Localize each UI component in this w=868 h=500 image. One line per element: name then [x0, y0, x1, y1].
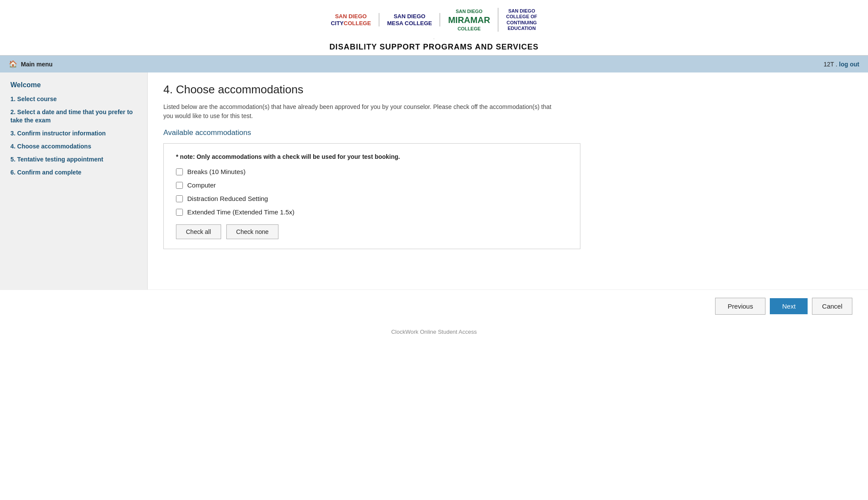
- sidebar-item-3[interactable]: 3. Confirm instructor information: [10, 129, 137, 137]
- checkbox-distraction[interactable]: [176, 195, 183, 202]
- main-menu-label[interactable]: Main menu: [21, 61, 53, 68]
- check-all-button[interactable]: Check all: [176, 224, 221, 239]
- footer-label: ClockWork Online Student Access: [391, 329, 477, 335]
- sidebar-welcome[interactable]: Welcome: [10, 81, 137, 89]
- section-heading: Available accommodations: [163, 128, 852, 137]
- logout-link[interactable]: log out: [839, 61, 859, 68]
- sidebar-item-2[interactable]: 2. Select a date and time that you prefe…: [10, 108, 137, 124]
- accommodation-item-3: Distraction Reduced Setting: [176, 195, 568, 202]
- user-code: 12T: [824, 61, 834, 68]
- checkbox-computer[interactable]: [176, 182, 183, 189]
- navbar: 🏠 Main menu 12T . log out: [0, 56, 868, 72]
- checkbox-extended-time[interactable]: [176, 209, 183, 216]
- sidebar-item-4[interactable]: 4. Choose accommodations: [10, 142, 137, 150]
- check-buttons-row: Check all Check none: [176, 224, 568, 239]
- bottom-nav: Previous Next Cancel: [0, 289, 868, 322]
- home-icon[interactable]: 🏠: [9, 60, 17, 68]
- accommodation-box: * note: Only accommodations with a check…: [163, 143, 580, 249]
- navbar-left: 🏠 Main menu: [9, 60, 53, 68]
- accommodation-item-4: Extended Time (Extended Time 1.5x): [176, 208, 568, 216]
- accommodation-label-4[interactable]: Extended Time (Extended Time 1.5x): [187, 208, 295, 216]
- main-container: Welcome 1. Select course 2. Select a dat…: [0, 72, 868, 289]
- continuing-education-logo: San DiegoCollege ofContinuingEducation: [498, 8, 545, 31]
- mesa-college-logo: San DiegoMesa College: [379, 13, 441, 26]
- note-text: * note: Only accommodations with a check…: [176, 153, 568, 160]
- next-button[interactable]: Next: [770, 298, 808, 314]
- accommodation-label-2[interactable]: Computer: [187, 181, 216, 189]
- accommodation-item-1: Breaks (10 Minutes): [176, 168, 568, 175]
- miramar-college-logo: San Diego Miramar College: [440, 8, 498, 32]
- accommodation-item-2: Computer: [176, 181, 568, 189]
- sidebar-item-5[interactable]: 5. Tentative testing appointment: [10, 155, 137, 163]
- checkbox-breaks[interactable]: [176, 168, 183, 175]
- accommodation-label-1[interactable]: Breaks (10 Minutes): [187, 168, 245, 175]
- accommodation-label-3[interactable]: Distraction Reduced Setting: [187, 195, 268, 202]
- sidebar-item-6[interactable]: 6. Confirm and complete: [10, 168, 137, 176]
- cancel-button[interactable]: Cancel: [812, 298, 852, 315]
- site-title: DISABILITY SUPPORT PROGRAMS AND SERVICES: [0, 43, 868, 52]
- check-none-button[interactable]: Check none: [226, 224, 279, 239]
- city-college-logo: San Diego CityCollege: [323, 13, 379, 26]
- header-divider: .: [0, 35, 868, 40]
- content-description: Listed below are the accommodation(s) th…: [163, 102, 554, 121]
- page-title: 4. Choose accommodations: [163, 83, 852, 96]
- navbar-right: 12T . log out: [824, 61, 859, 68]
- previous-button[interactable]: Previous: [715, 298, 765, 315]
- sidebar: Welcome 1. Select course 2. Select a dat…: [0, 72, 148, 289]
- footer: ClockWork Online Student Access: [0, 322, 868, 339]
- sidebar-item-1[interactable]: 1. Select course: [10, 95, 137, 103]
- page-header: San Diego CityCollege San DiegoMesa Coll…: [0, 0, 868, 56]
- college-logos: San Diego CityCollege San DiegoMesa Coll…: [0, 8, 868, 32]
- content-area: 4. Choose accommodations Listed below ar…: [148, 72, 868, 289]
